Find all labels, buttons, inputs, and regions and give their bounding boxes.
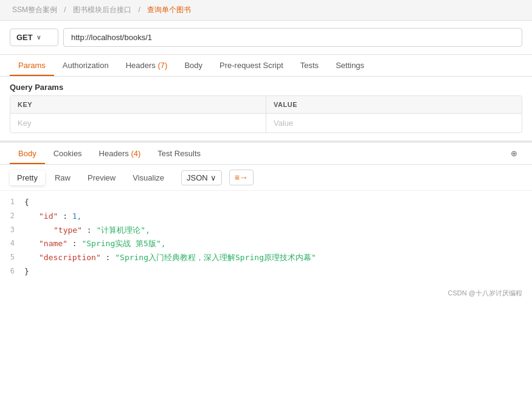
tab-body[interactable]: Body [176,55,211,76]
json-line-2: 2 "id" : 1, [0,210,532,224]
format-btn-raw[interactable]: Raw [47,170,78,185]
json-line-3: 3 "type" : "计算机理论", [0,224,532,238]
format-bar: Pretty Raw Preview Visualize JSON ∨ ≡→ [0,165,532,191]
tab-headers[interactable]: Headers (7) [117,55,176,76]
format-btn-pretty[interactable]: Pretty [10,170,45,185]
line-number-4: 4 [0,238,24,250]
line-number-5: 5 [0,252,24,264]
json-key-name: "name" [39,239,67,248]
tab-params[interactable]: Params [10,55,54,76]
footer-watermark: CSDN @十八岁讨厌编程 [0,284,532,303]
response-tabs: Body Cookies Headers (4) Test Results [10,143,209,164]
params-table-header: KEY VALUE [10,96,522,114]
chevron-down-icon: ∨ [210,173,216,182]
params-key-input[interactable]: Key [10,114,266,132]
method-label: GET [16,33,33,42]
tab-headers-response[interactable]: Headers (4) [91,143,150,164]
breadcrumb-separator-1: / [64,5,68,14]
params-row-empty: Key Value [10,114,522,132]
url-bar: GET ∨ [0,21,532,55]
params-col-value: VALUE [266,96,522,113]
params-col-key: KEY [10,96,266,113]
tab-tests[interactable]: Tests [292,55,327,76]
json-type-line: "type" : "计算机理论", [24,224,532,237]
wrap-icon: ≡→ [235,173,248,182]
json-value-description: "Spring入门经典教程，深入理解Spring原理技术内幕" [115,253,316,262]
json-value-name: "Spring实战 第5版", [81,239,165,248]
json-line-6: 6 } [0,265,532,279]
wrap-button[interactable]: ≡→ [229,170,254,185]
breadcrumb: SSM整合案例 / 图书模块后台接口 / 查询单个图书 [0,0,532,21]
json-closing-bracket: } [24,266,532,278]
line-number-1: 1 [0,196,24,209]
params-value-input[interactable]: Value [266,114,522,132]
json-line-4: 4 "name" : "Spring实战 第5版", [0,237,532,251]
url-input[interactable] [63,28,522,47]
json-id-line: "id" : 1, [24,210,532,223]
json-format-select[interactable]: JSON ∨ [181,170,222,185]
response-section: Body Cookies Headers (4) Test Results ⊕ … [0,143,532,284]
json-opening-bracket: { [24,196,532,209]
method-dropdown[interactable]: GET ∨ [10,29,58,46]
json-line-1: 1 { [0,196,532,210]
format-btn-preview[interactable]: Preview [80,170,123,185]
tab-body-response[interactable]: Body [10,143,45,164]
json-description-line: "description" : "Spring入门经典教程，深入理解Spring… [24,252,532,264]
json-name-line: "name" : "Spring实战 第5版", [24,238,532,250]
params-table: KEY VALUE Key Value [10,95,522,133]
breadcrumb-part-2[interactable]: 图书模块后台接口 [73,5,131,14]
tab-cookies[interactable]: Cookies [45,143,91,164]
request-tab-bar: Params Authorization Headers (7) Body Pr… [0,55,532,77]
response-tab-bar: Body Cookies Headers (4) Test Results ⊕ [0,143,532,165]
format-btn-visualize[interactable]: Visualize [125,170,171,185]
json-line-5: 5 "description" : "Spring入门经典教程，深入理解Spri… [0,251,532,265]
json-key-type: "type" [54,225,82,235]
breadcrumb-part-1[interactable]: SSM整合案例 [12,5,57,14]
line-number-2: 2 [0,210,24,223]
json-body: 1 { 2 "id" : 1, 3 "type" : "计算机理论", 4 [0,191,532,284]
json-key-description: "description" [39,253,101,262]
tab-pre-request-script[interactable]: Pre-request Script [211,55,292,76]
chevron-down-icon: ∨ [36,34,41,41]
breadcrumb-current: 查询单个图书 [147,5,191,14]
line-number-6: 6 [0,266,24,278]
json-value-type: "计算机理论", [96,225,150,235]
tab-settings[interactable]: Settings [327,55,373,76]
globe-icon[interactable]: ⊕ [506,144,522,163]
tab-authorization[interactable]: Authorization [54,55,117,76]
breadcrumb-separator-2: / [138,5,142,14]
line-number-3: 3 [0,224,24,237]
json-key-id: "id" [39,212,58,221]
tab-test-results[interactable]: Test Results [149,143,209,164]
json-value-id: 1, [72,212,82,221]
json-format-label: JSON [187,173,208,182]
query-params-header: Query Params [0,77,532,95]
